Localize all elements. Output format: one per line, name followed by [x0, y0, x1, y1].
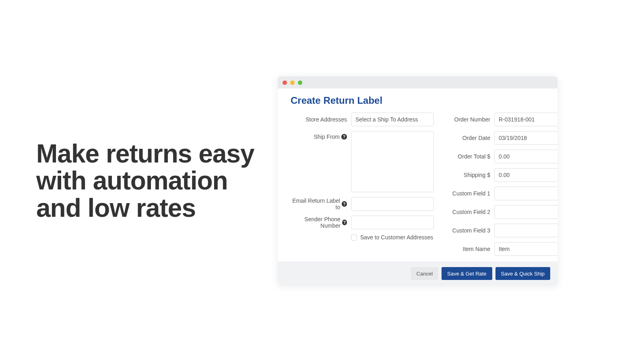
- marketing-headline: Make returns easy with automation and lo…: [36, 140, 262, 222]
- sender-phone-input[interactable]: [351, 216, 434, 229]
- minimize-icon[interactable]: [290, 80, 295, 85]
- store-addresses-select[interactable]: [351, 113, 434, 126]
- info-icon[interactable]: ?: [341, 134, 347, 140]
- custom3-label: Custom Field 3: [446, 227, 490, 234]
- ship-from-label: Ship From: [314, 134, 340, 140]
- maximize-icon[interactable]: [298, 80, 302, 85]
- shipping-input[interactable]: [494, 168, 557, 182]
- ship-from-input[interactable]: [351, 131, 434, 192]
- email-return-input[interactable]: [351, 197, 434, 211]
- custom1-input[interactable]: [494, 187, 557, 200]
- save-customer-label: Save to Customer Addresses: [360, 234, 433, 241]
- email-return-label: Email Return Label to: [291, 197, 340, 210]
- order-date-input[interactable]: [494, 131, 557, 145]
- order-date-label: Order Date: [446, 135, 490, 141]
- save-customer-checkbox[interactable]: [351, 234, 357, 241]
- info-icon[interactable]: ?: [342, 220, 347, 225]
- info-icon[interactable]: ?: [342, 201, 347, 207]
- custom1-label: Custom Field 1: [446, 190, 490, 197]
- app-window: Create Return Label Store Addresses Ship…: [278, 76, 557, 286]
- store-addresses-label: Store Addresses: [291, 116, 347, 123]
- save-quick-ship-button[interactable]: Save & Quick Ship: [495, 267, 550, 280]
- custom3-input[interactable]: [494, 224, 557, 237]
- form-title: Create Return Label: [291, 95, 545, 106]
- form-footer: Cancel Save & Get Rate Save & Quick Ship: [278, 261, 557, 286]
- cancel-button[interactable]: Cancel: [411, 267, 438, 280]
- item-name-input[interactable]: [494, 242, 557, 256]
- custom2-label: Custom Field 2: [446, 209, 490, 215]
- item-name-label: Item Name: [446, 246, 490, 252]
- window-titlebar: [278, 76, 557, 88]
- sender-phone-label: Sender Phone Number: [291, 216, 341, 229]
- order-number-input[interactable]: [494, 113, 557, 126]
- order-total-label: Order Total $: [446, 153, 490, 160]
- shipping-label: Shipping $: [446, 172, 490, 178]
- save-get-rate-button[interactable]: Save & Get Rate: [442, 267, 492, 280]
- custom2-input[interactable]: [494, 205, 557, 219]
- order-number-label: Order Number: [446, 116, 490, 123]
- order-total-input[interactable]: [494, 150, 557, 163]
- close-icon[interactable]: [283, 80, 287, 85]
